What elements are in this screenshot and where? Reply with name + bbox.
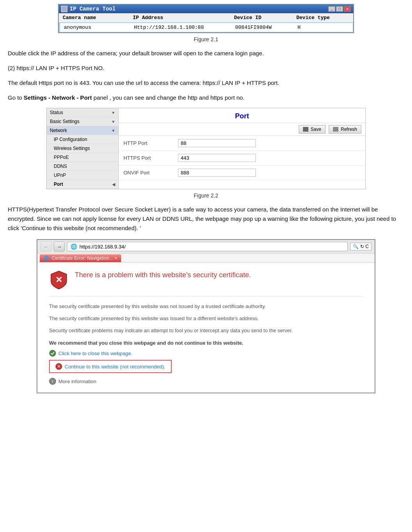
- ip-address-cell: Http://192.168.1.100:88: [134, 25, 235, 30]
- sidebar-item-network[interactable]: Network ▼: [47, 126, 118, 135]
- text-paragraph-5: HTTPS(Hypertext Transfer Protocol over S…: [8, 205, 404, 233]
- sidebar-label-ddns: DDNS: [54, 164, 67, 169]
- forward-button[interactable]: →: [54, 241, 65, 252]
- onvif-port-input[interactable]: [178, 169, 256, 177]
- onvif-port-label: ONVIF Port: [119, 166, 173, 180]
- port-row-http: HTTP Port: [119, 136, 365, 151]
- cert-body-line1: The security certificate presented by th…: [49, 303, 363, 311]
- sidebar-item-basic-settings[interactable]: Basic Settings ▼: [47, 117, 118, 126]
- https-port-value-cell: [173, 151, 365, 166]
- minimize-button[interactable]: _: [328, 6, 335, 12]
- app-icon: [61, 6, 67, 12]
- port-row-onvif: ONVIF Port: [119, 166, 365, 180]
- https-port-label: HTTPS Port: [119, 151, 173, 166]
- address-text: https://192.168.9.34/: [79, 244, 344, 250]
- sidebar-item-upnp[interactable]: UPnP: [47, 171, 118, 180]
- device-type-cell: H: [298, 25, 344, 30]
- settings-main-panel: Port Save Refresh HTTP Port HTTPS Port: [119, 108, 365, 189]
- figure2-settings: Status ▼ Basic Settings ▼ Network ▼ IP C…: [46, 108, 366, 189]
- cert-error-title-text: There is a problem with this website's s…: [75, 270, 251, 280]
- http-port-label: HTTP Port: [119, 136, 173, 151]
- http-port-value-cell: [173, 136, 365, 151]
- text-paragraph-2: (2) https:// LAN IP + HTTPS Port NO.: [8, 63, 404, 73]
- figure2-caption: Figure 2.2: [8, 192, 404, 199]
- browser-content: ✕ There is a problem with this website's…: [37, 262, 375, 393]
- sidebar-item-port[interactable]: Port ◀: [47, 180, 118, 189]
- continue-icon: ✕: [55, 363, 62, 370]
- table-row[interactable]: anonymous Http://192.168.1.100:88 00841F…: [59, 23, 353, 32]
- col-ip-address: IP Address: [133, 15, 234, 21]
- continue-button[interactable]: ✕ Continue to this website (not recommen…: [49, 360, 172, 373]
- figure3-browser: ← → 🌐 https://192.168.9.34/ 🔍 ↻ C 🌐 Cert…: [37, 239, 375, 393]
- text-paragraph-1: Double click the IP address of the camer…: [8, 49, 404, 58]
- port-toolbar: Save Refresh: [119, 123, 365, 136]
- port-table: HTTP Port HTTPS Port ONVIF Port: [119, 136, 365, 180]
- refresh-label: Refresh: [341, 127, 357, 132]
- sidebar-item-status[interactable]: Status ▼: [47, 108, 118, 117]
- sidebar-item-wireless[interactable]: Wireless Settings: [47, 144, 118, 153]
- search-area[interactable]: 🔍 ↻ C: [350, 243, 372, 250]
- refresh-icon: [333, 127, 338, 132]
- port-panel-title: Port: [119, 108, 365, 123]
- figure1-window: IP Camera Tool _ □ ✕ Camera name IP Addr…: [58, 4, 354, 33]
- tab-globe-icon: 🌐: [44, 255, 49, 261]
- svg-text:i: i: [52, 379, 53, 384]
- continue-label: Continue to this website (not recommende…: [65, 364, 166, 370]
- sidebar-arrow-network: ▼: [111, 129, 115, 133]
- sidebar-label-wireless: Wireless Settings: [54, 146, 90, 151]
- tab-bar: 🌐 Certificate Error: Navigation... ×: [37, 254, 375, 262]
- info-icon: i: [49, 378, 56, 385]
- browser-nav-bar: ← → 🌐 https://192.168.9.34/ 🔍 ↻ C: [37, 240, 375, 254]
- refresh-button[interactable]: Refresh: [329, 125, 361, 134]
- sidebar-arrow-port: ◀: [112, 182, 115, 187]
- onvif-port-value-cell: [173, 166, 365, 180]
- sidebar-item-ip-config[interactable]: IP Configuration: [47, 135, 118, 144]
- sidebar-item-ddns[interactable]: DDNS: [47, 162, 118, 171]
- sidebar-label-port: Port: [54, 181, 63, 187]
- cert-body-line3: Security certificate problems may indica…: [49, 327, 363, 335]
- window-title: IP Camera Tool: [70, 6, 116, 12]
- titlebar: IP Camera Tool _ □ ✕: [59, 5, 353, 13]
- address-bar[interactable]: 🌐 https://192.168.9.34/: [67, 242, 348, 251]
- close-webpage-link[interactable]: Click here to close this webpage.: [49, 350, 363, 357]
- cert-error-header: ✕ There is a problem with this website's…: [49, 270, 363, 296]
- http-port-input[interactable]: [178, 139, 256, 147]
- table-header: Camera name IP Address Device ID Device …: [59, 13, 353, 23]
- back-button[interactable]: ←: [40, 241, 51, 252]
- window-buttons: _ □ ✕: [328, 6, 351, 12]
- browser-tab-cert-error[interactable]: 🌐 Certificate Error: Navigation... ×: [40, 254, 121, 262]
- more-info-section[interactable]: i More information: [49, 378, 363, 385]
- sidebar-arrow-basic: ▼: [111, 120, 115, 124]
- save-button[interactable]: Save: [299, 125, 326, 134]
- sidebar-arrow-status: ▼: [111, 111, 115, 115]
- shield-icon: ✕: [49, 270, 69, 290]
- titlebar-left: IP Camera Tool: [61, 6, 116, 12]
- close-link-text: Click here to close this webpage.: [58, 351, 132, 356]
- sidebar-label-ip-config: IP Configuration: [54, 137, 87, 142]
- sidebar-label-status: Status: [50, 110, 63, 115]
- text4-prefix: Go to: [8, 94, 24, 101]
- maximize-button[interactable]: □: [336, 6, 343, 12]
- svg-text:✕: ✕: [55, 275, 62, 285]
- close-button[interactable]: ✕: [344, 6, 351, 12]
- settings-sidebar: Status ▼ Basic Settings ▼ Network ▼ IP C…: [47, 108, 119, 189]
- sidebar-label-upnp: UPnP: [54, 173, 66, 178]
- col-camera-name: Camera name: [63, 15, 133, 21]
- text-paragraph-3: The default Https port no is 443. You ca…: [8, 78, 404, 88]
- text4-suffix: panel , you can see and change the http …: [93, 94, 245, 101]
- svg-text:✕: ✕: [57, 364, 61, 369]
- sidebar-label-network: Network: [50, 128, 67, 133]
- device-id-cell: 00841FI9804W: [235, 25, 298, 30]
- port-row-https: HTTPS Port: [119, 151, 365, 166]
- camera-name-cell: anonymous: [64, 25, 134, 30]
- https-port-input[interactable]: [178, 154, 256, 162]
- sidebar-item-pppoe[interactable]: PPPoE: [47, 153, 118, 162]
- svg-point-1: [49, 350, 56, 356]
- col-device-id: Device ID: [234, 15, 296, 21]
- address-bar-icon: 🌐: [70, 243, 77, 250]
- continue-button-wrap: ✕ Continue to this website (not recommen…: [49, 360, 363, 376]
- sidebar-label-pppoe: PPPoE: [54, 155, 69, 160]
- figure1-caption: Figure 2.1: [8, 36, 404, 42]
- save-label: Save: [311, 127, 321, 132]
- cert-recommend: We recommend that you close this webpage…: [49, 340, 363, 346]
